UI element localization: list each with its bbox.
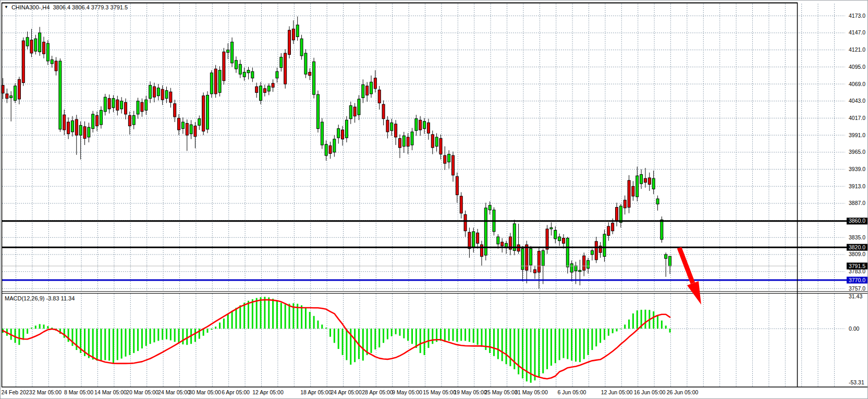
candle[interactable] [190, 120, 192, 139]
candle[interactable] [137, 98, 139, 118]
candle[interactable] [46, 40, 49, 65]
candle[interactable] [431, 130, 434, 154]
candle[interactable] [370, 76, 373, 98]
candle[interactable] [313, 58, 315, 99]
price-chart-canvas[interactable]: 4173.04147.04121.04095.04069.04043.04017… [1, 1, 868, 399]
price-tag-3860.0[interactable]: 3860.0 [847, 217, 867, 224]
candle[interactable] [104, 94, 106, 115]
candle[interactable] [652, 171, 655, 194]
candle[interactable] [468, 227, 471, 258]
candle[interactable] [537, 247, 540, 288]
candle[interactable] [362, 79, 364, 103]
candle[interactable] [476, 229, 479, 249]
candle[interactable] [599, 242, 602, 258]
candle[interactable] [174, 100, 176, 122]
candle[interactable] [378, 86, 381, 110]
candle[interactable] [398, 135, 401, 158]
candle[interactable] [570, 260, 573, 281]
candle[interactable] [141, 99, 143, 117]
candle[interactable] [120, 97, 123, 113]
candle[interactable] [125, 99, 127, 119]
candle[interactable] [157, 84, 160, 100]
candle[interactable] [591, 249, 593, 261]
candle[interactable] [366, 82, 369, 102]
candle[interactable] [546, 225, 548, 253]
candle[interactable] [566, 237, 569, 273]
candle[interactable] [83, 122, 86, 145]
candle[interactable] [206, 91, 209, 133]
candle[interactable] [501, 238, 504, 253]
candle[interactable] [595, 237, 597, 263]
candle[interactable] [251, 68, 254, 82]
candle[interactable] [656, 196, 659, 211]
candle[interactable] [513, 220, 516, 255]
candle[interactable] [43, 37, 45, 58]
candle[interactable] [382, 100, 385, 125]
candle[interactable] [202, 92, 205, 135]
candle[interactable] [14, 83, 17, 103]
candle[interactable] [345, 116, 348, 142]
candle[interactable] [34, 35, 37, 55]
candle[interactable] [648, 173, 651, 191]
candle[interactable] [67, 117, 70, 139]
candle[interactable] [644, 168, 646, 188]
candle[interactable] [309, 68, 311, 80]
candle[interactable] [534, 265, 536, 279]
candle[interactable] [108, 94, 111, 113]
candle[interactable] [665, 252, 667, 277]
candle[interactable] [239, 60, 241, 78]
candle[interactable] [632, 181, 634, 201]
candle[interactable] [304, 49, 307, 78]
candle[interactable] [267, 83, 270, 95]
candle[interactable] [79, 122, 82, 160]
candle[interactable] [542, 249, 544, 284]
candle[interactable] [214, 65, 217, 98]
candle[interactable] [628, 175, 630, 213]
candle[interactable] [480, 241, 483, 266]
candle[interactable] [439, 135, 442, 160]
candle[interactable] [636, 166, 639, 201]
candle[interactable] [444, 147, 446, 170]
candle[interactable] [198, 115, 201, 130]
candle[interactable] [517, 224, 520, 254]
candle[interactable] [71, 116, 74, 137]
candle[interactable] [316, 91, 319, 132]
price-axis[interactable]: 4173.04147.04121.04095.04069.04043.04017… [847, 13, 867, 386]
candle[interactable] [272, 79, 274, 92]
candle[interactable] [231, 38, 234, 67]
candle[interactable] [509, 233, 511, 256]
candle[interactable] [288, 26, 291, 58]
candle[interactable] [6, 89, 8, 103]
candle[interactable] [116, 96, 119, 116]
candle[interactable] [349, 102, 352, 124]
candle[interactable] [407, 133, 409, 154]
candle[interactable] [521, 246, 524, 282]
candle[interactable] [460, 192, 462, 219]
candle[interactable] [247, 67, 250, 79]
candle[interactable] [169, 88, 172, 108]
candle[interactable] [337, 125, 340, 143]
candle[interactable] [624, 196, 626, 214]
candle[interactable] [186, 119, 188, 151]
candle[interactable] [616, 203, 618, 226]
candle[interactable] [329, 142, 332, 159]
candle[interactable] [554, 226, 557, 244]
trend-arrow-annotation[interactable] [679, 248, 701, 305]
price-tag-3791.5[interactable]: 3791.5 [847, 263, 867, 270]
candle[interactable] [607, 222, 610, 240]
candle[interactable] [181, 117, 184, 134]
candle[interactable] [26, 31, 29, 49]
candle[interactable] [579, 260, 581, 285]
symbol-dropdown-icon[interactable]: ▼ [4, 5, 8, 9]
candle[interactable] [333, 135, 336, 156]
candle[interactable] [263, 84, 266, 96]
candle[interactable] [411, 128, 413, 150]
candle[interactable] [145, 96, 148, 115]
candle[interactable] [472, 227, 475, 252]
candle[interactable] [88, 123, 90, 142]
candle[interactable] [497, 234, 499, 249]
candle[interactable] [427, 119, 430, 140]
candle[interactable] [280, 53, 283, 71]
candle[interactable] [464, 211, 467, 237]
candle[interactable] [255, 83, 258, 98]
